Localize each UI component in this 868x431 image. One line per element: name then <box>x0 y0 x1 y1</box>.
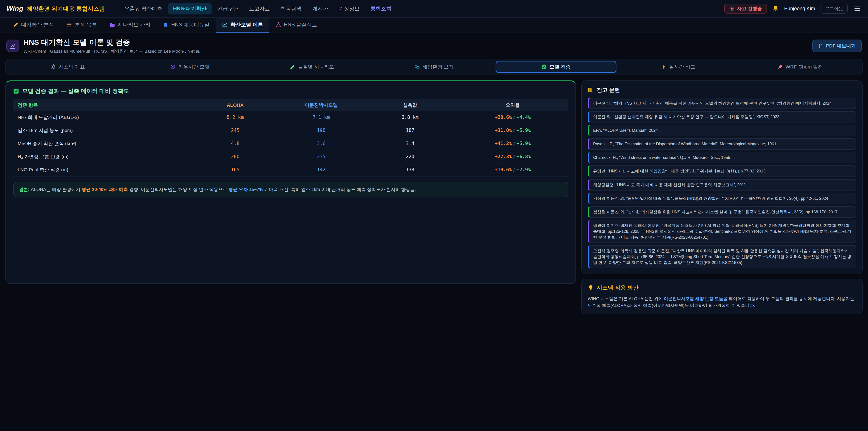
tab-gaussian-model[interactable]: 가우시안 모델 <box>130 61 250 73</box>
book-icon <box>163 22 168 27</box>
subtab-hns-substance-info[interactable]: HNS 물질정보 <box>270 18 323 33</box>
topbar: Wing 해양환경 위기대응 통합시스템 유출유 확산예측 HNS·대기확산 긴… <box>0 0 868 18</box>
subtab-dispersion-analysis[interactable]: 대기확산 분석 <box>7 18 60 33</box>
error-separator: / <box>512 128 517 133</box>
main-nav: 유출유 확산예측 HNS·대기확산 긴급구난 보고자료 항공탐색 게시판 기상정… <box>119 3 396 14</box>
model-value: 142 <box>280 163 363 176</box>
metric-name: LNG Pool 확산 직경 (m) <box>13 163 191 176</box>
application-text: WING 시스템은 기본 ALOHA 엔진 위에 <box>588 296 664 301</box>
error-rate: +41.2%/+5.9% <box>457 137 568 150</box>
tab-system-overview[interactable]: 시스템 개요 <box>8 61 128 73</box>
table-row: H₂ 가연성 구름 반경 (m) 280 235 220 +27.3%/+6.8… <box>13 150 568 163</box>
content: 모델 검증 결과 — 실측 데이터 대비 정확도 검증 항목 ALOHA 이문진… <box>5 81 863 314</box>
conclusion-text: 경향. 이문진박사모델은 해양 보정 인자 적용으로 <box>128 187 228 192</box>
aloha-value: 8.2 km <box>191 111 280 124</box>
subtab-hns-response-manual[interactable]: HNS 대응매뉴얼 <box>157 18 215 33</box>
nav-item-integrated-search[interactable]: 통합조회 <box>366 3 396 14</box>
error-rate: +31.0%/+5.9% <box>457 124 568 137</box>
error-rate: +19.6%/+2.9% <box>457 163 568 176</box>
validation-table: 검증 항목 ALOHA 이문진박사모델 실측값 오차율 NH₃ 최대 도달거리 … <box>13 99 568 177</box>
validation-results-card: 모델 검증 결과 — 실측 데이터 대비 정확도 검증 항목 ALOHA 이문진… <box>5 81 576 284</box>
tab-wrf-chem-advancement[interactable]: WRF-Chem 발전 <box>740 61 860 73</box>
menu-button[interactable] <box>853 4 862 13</box>
notification-bell-button[interactable] <box>772 5 779 12</box>
subnav: 대기확산 분석 분석 목록 시나리오 관리 HNS 대응매뉴얼 확산모델 이론 … <box>0 18 868 33</box>
conclusion-text: ALOHA는 해양 환경에서 <box>30 187 82 192</box>
col-header-model: 이문진박사모델 <box>280 99 363 111</box>
model-error: +4.4% <box>517 115 531 120</box>
page-title: HNS 대기확산 모델 이론 및 검증 <box>24 37 200 48</box>
conclusion-text: 로 대폭 개선. 특히 염소 1km 이내 근거리 농도 예측 정확도가 현저히… <box>264 187 416 192</box>
logout-button[interactable]: 로그아웃 <box>820 4 848 13</box>
tab-label: 물질별 시나리오 <box>298 63 334 70</box>
nav-item-oil-spill-prediction[interactable]: 유출유 확산예측 <box>119 3 167 14</box>
validation-title-text: 모델 검증 결과 — 실측 데이터 대비 정확도 <box>22 87 129 95</box>
model-error: +5.9% <box>517 141 531 146</box>
reference-item: 정창용·이문진 외, “신속한 의사결정을 위한 HNS 사고이력관리시스템 설… <box>588 206 856 218</box>
application-body: WING 시스템은 기본 ALOHA 엔진 위에 이문진박사모델 해양 보정 모… <box>588 296 856 309</box>
subtab-dispersion-model-theory[interactable]: 확산모델 이론 <box>216 18 269 33</box>
error-separator: / <box>512 115 517 120</box>
metric-name: NH₃ 최대 도달거리 (AEGL-2) <box>13 111 191 124</box>
subtab-analysis-list[interactable]: 분석 목록 <box>61 18 103 33</box>
subtab-label: 분석 목록 <box>74 21 97 28</box>
error-separator: / <box>512 141 517 146</box>
conclusion-highlight-overprediction: 평균 20-40% 과대 예측 <box>82 187 128 192</box>
subtab-label: 시나리오 관리 <box>118 21 150 28</box>
nav-item-aerial-search[interactable]: 항공탐색 <box>276 3 307 14</box>
brand[interactable]: Wing 해양환경 위기대응 통합시스템 <box>6 5 105 12</box>
col-header-error: 오차율 <box>457 99 568 111</box>
col-header-measured: 실측값 <box>363 99 457 111</box>
hamburger-menu-icon <box>854 5 861 12</box>
error-separator: / <box>512 154 517 159</box>
document-icon <box>818 43 823 49</box>
model-error: +5.9% <box>517 128 531 133</box>
page-titles: HNS 대기확산 모델 이론 및 검증 WRF-Chem · Gaussian … <box>24 37 200 54</box>
nav-item-hns-atmospheric[interactable]: HNS·대기확산 <box>168 3 212 14</box>
metric-name: MeOH 증기 확산 면적 (km²) <box>13 137 191 150</box>
aloha-error: +27.3% <box>495 154 512 159</box>
tab-marine-correction[interactable]: 해양환경 보정 <box>374 61 494 73</box>
tab-label: 가우시안 모델 <box>178 63 210 70</box>
tab-model-validation[interactable]: 모델 검증 <box>496 61 616 73</box>
wave-icon <box>414 64 420 70</box>
reference-item: 이문진 외, “해양 HNS 사고 시 대기확산 예측을 위한 가우시안 모델의… <box>588 98 856 109</box>
subtab-label: 확산모델 이론 <box>230 21 263 28</box>
model-value: 235 <box>280 150 363 163</box>
pdf-export-button[interactable]: PDF 내보내기 <box>812 39 862 52</box>
measured-value: 220 <box>363 150 457 163</box>
tab-substance-scenarios[interactable]: 물질별 시나리오 <box>252 61 372 73</box>
aloha-value: 4.8 <box>191 137 280 150</box>
measured-value: 6.8 km <box>363 111 457 124</box>
application-title: 시스템 적용 방안 <box>588 284 856 291</box>
aloha-value: 165 <box>191 163 280 176</box>
reference-item: 김정겸·이문진 외, “해양산업시설 배출 위험유해물질(HNS)의 해양확산 … <box>588 193 856 204</box>
conclusion-label: 결론: <box>19 187 30 192</box>
nav-item-board[interactable]: 게시판 <box>307 3 333 14</box>
nav-item-reports[interactable]: 보고자료 <box>244 3 275 14</box>
target-icon <box>170 64 176 70</box>
subtab-label: 대기확산 분석 <box>21 21 54 28</box>
page-subtitle: WRF-Chem · Gaussian Plume/Puff · ROMS · … <box>24 49 200 54</box>
aloha-error: +20.6% <box>495 115 512 120</box>
app-root: Wing 해양환경 위기대응 통합시스템 유출유 확산예측 HNS·대기확산 긴… <box>0 0 868 314</box>
measured-value: 187 <box>363 124 457 137</box>
rocket-icon <box>777 64 783 70</box>
error-rate: +27.3%/+6.8% <box>457 150 568 163</box>
user-name: Eunjeong Kim <box>784 6 815 11</box>
incident-status-badge[interactable]: 사고 진행중 <box>724 4 767 13</box>
subtab-scenario-management[interactable]: 시나리오 관리 <box>104 18 156 33</box>
nav-item-weather-info[interactable]: 기상정보 <box>334 3 365 14</box>
col-header-aloha: ALOHA <box>191 99 280 111</box>
reference-item: EPA, “ALOHA User's Manual”, 2024 <box>588 125 856 136</box>
chart-icon <box>9 42 16 49</box>
pencil-icon <box>13 22 19 27</box>
section-tabs: 시스템 개요 가우시안 모델 물질별 시나리오 해양환경 보정 모델 검증 실시… <box>5 59 863 75</box>
tab-label: 실시간 비교 <box>669 63 695 70</box>
bell-icon <box>772 5 779 12</box>
tab-realtime-comparison[interactable]: 실시간 비교 <box>618 61 738 73</box>
model-value: 7.1 km <box>280 111 363 124</box>
flask-icon <box>276 22 281 27</box>
tab-label: 모델 검증 <box>550 63 571 70</box>
nav-item-emergency-rescue[interactable]: 긴급구난 <box>213 3 243 14</box>
